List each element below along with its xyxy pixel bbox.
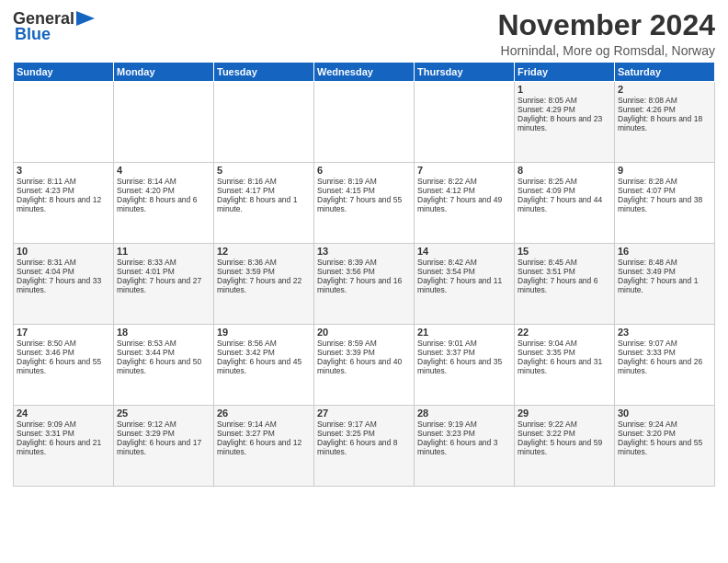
day-number: 30	[618, 408, 711, 419]
daylight-text: Daylight: 8 hours and 6 minutes.	[117, 195, 197, 213]
day-number: 8	[518, 165, 611, 176]
sunrise-text: Sunrise: 9:22 AM	[518, 419, 577, 429]
table-row: 14 Sunrise: 8:42 AMSunset: 3:54 PMDaylig…	[415, 244, 515, 325]
sunset-text: Sunset: 3:27 PM	[217, 429, 275, 438]
daylight-text: Daylight: 6 hours and 31 minutes.	[518, 357, 602, 375]
daylight-text: Daylight: 7 hours and 11 minutes.	[417, 276, 502, 294]
table-row: 18 Sunrise: 8:53 AMSunset: 3:44 PMDaylig…	[114, 325, 214, 406]
table-row: 13 Sunrise: 8:39 AMSunset: 3:56 PMDaylig…	[314, 244, 415, 325]
table-row: 23 Sunrise: 9:07 AMSunset: 3:33 PMDaylig…	[615, 325, 715, 406]
table-row: 15 Sunrise: 8:45 AMSunset: 3:51 PMDaylig…	[515, 244, 615, 325]
daylight-text: Daylight: 6 hours and 26 minutes.	[618, 357, 702, 375]
sunrise-text: Sunrise: 9:12 AM	[117, 419, 176, 429]
table-row: 9 Sunrise: 8:28 AMSunset: 4:07 PMDayligh…	[615, 163, 715, 244]
day-number: 12	[217, 246, 311, 257]
day-number: 28	[417, 408, 511, 419]
sunrise-text: Sunrise: 8:08 AM	[618, 96, 677, 105]
title-block: November 2024 Hornindal, More og Romsdal…	[497, 9, 715, 58]
sunset-text: Sunset: 4:23 PM	[17, 186, 74, 195]
logo-blue: Blue	[15, 25, 51, 44]
daylight-text: Daylight: 6 hours and 3 minutes.	[417, 438, 497, 456]
sunrise-text: Sunrise: 8:36 AM	[217, 258, 277, 267]
day-number: 14	[417, 246, 511, 257]
calendar-week-row: 24 Sunrise: 9:09 AMSunset: 3:31 PMDaylig…	[14, 406, 715, 487]
day-number: 20	[317, 327, 411, 338]
table-row: 11 Sunrise: 8:33 AMSunset: 4:01 PMDaylig…	[114, 244, 214, 325]
sunrise-text: Sunrise: 8:22 AM	[417, 177, 477, 186]
daylight-text: Daylight: 7 hours and 55 minutes.	[317, 195, 402, 213]
table-row: 5 Sunrise: 8:16 AMSunset: 4:17 PMDayligh…	[214, 163, 314, 244]
month-title: November 2024	[497, 9, 715, 41]
day-number: 2	[618, 84, 711, 95]
sunrise-text: Sunrise: 8:50 AM	[17, 339, 76, 348]
table-row	[314, 82, 415, 163]
sunrise-text: Sunrise: 8:19 AM	[317, 177, 377, 186]
table-row	[214, 82, 314, 163]
sunset-text: Sunset: 3:56 PM	[317, 267, 375, 276]
daylight-text: Daylight: 5 hours and 59 minutes.	[518, 438, 602, 456]
header-row: General Blue November 2024 Hornindal, Mo…	[13, 9, 715, 58]
table-row: 25 Sunrise: 9:12 AMSunset: 3:29 PMDaylig…	[114, 406, 214, 487]
daylight-text: Daylight: 6 hours and 12 minutes.	[217, 438, 301, 456]
day-number: 17	[17, 327, 110, 338]
sunset-text: Sunset: 3:37 PM	[417, 348, 475, 357]
daylight-text: Daylight: 7 hours and 1 minute.	[618, 276, 698, 294]
day-number: 24	[17, 408, 110, 419]
sunset-text: Sunset: 4:26 PM	[618, 105, 676, 114]
col-friday: Friday	[515, 63, 615, 82]
day-number: 5	[217, 165, 311, 176]
daylight-text: Daylight: 7 hours and 38 minutes.	[618, 195, 702, 213]
sunrise-text: Sunrise: 9:14 AM	[217, 419, 277, 429]
location: Hornindal, More og Romsdal, Norway	[497, 43, 715, 58]
day-number: 18	[117, 327, 210, 338]
sunset-text: Sunset: 3:33 PM	[618, 348, 676, 357]
svg-marker-0	[76, 11, 95, 26]
sunset-text: Sunset: 4:15 PM	[317, 186, 375, 195]
day-number: 29	[518, 408, 611, 419]
table-row: 8 Sunrise: 8:25 AMSunset: 4:09 PMDayligh…	[515, 163, 615, 244]
sunset-text: Sunset: 3:22 PM	[518, 429, 575, 438]
sunset-text: Sunset: 3:59 PM	[217, 267, 275, 276]
sunrise-text: Sunrise: 8:33 AM	[117, 258, 176, 267]
daylight-text: Daylight: 8 hours and 1 minute.	[217, 195, 297, 213]
calendar-week-row: 3 Sunrise: 8:11 AMSunset: 4:23 PMDayligh…	[14, 163, 715, 244]
sunrise-text: Sunrise: 8:11 AM	[17, 177, 76, 186]
day-number: 15	[518, 246, 611, 257]
day-number: 4	[117, 165, 210, 176]
table-row: 27 Sunrise: 9:17 AMSunset: 3:25 PMDaylig…	[314, 406, 415, 487]
daylight-text: Daylight: 8 hours and 18 minutes.	[618, 114, 702, 132]
daylight-text: Daylight: 7 hours and 44 minutes.	[518, 195, 602, 213]
daylight-text: Daylight: 8 hours and 12 minutes.	[17, 195, 101, 213]
sunrise-text: Sunrise: 8:59 AM	[317, 339, 377, 348]
col-thursday: Thursday	[415, 63, 515, 82]
sunset-text: Sunset: 4:09 PM	[518, 186, 575, 195]
table-row: 7 Sunrise: 8:22 AMSunset: 4:12 PMDayligh…	[415, 163, 515, 244]
sunrise-text: Sunrise: 8:39 AM	[317, 258, 377, 267]
sunset-text: Sunset: 4:01 PM	[117, 267, 175, 276]
table-row: 3 Sunrise: 8:11 AMSunset: 4:23 PMDayligh…	[14, 163, 114, 244]
table-row: 19 Sunrise: 8:56 AMSunset: 3:42 PMDaylig…	[214, 325, 314, 406]
sunrise-text: Sunrise: 9:24 AM	[618, 419, 677, 429]
table-row: 29 Sunrise: 9:22 AMSunset: 3:22 PMDaylig…	[515, 406, 615, 487]
sunset-text: Sunset: 3:39 PM	[317, 348, 375, 357]
table-row: 6 Sunrise: 8:19 AMSunset: 4:15 PMDayligh…	[314, 163, 415, 244]
daylight-text: Daylight: 7 hours and 49 minutes.	[417, 195, 502, 213]
day-number: 3	[17, 165, 110, 176]
day-number: 23	[618, 327, 711, 338]
calendar-week-row: 1 Sunrise: 8:05 AMSunset: 4:29 PMDayligh…	[14, 82, 715, 163]
col-tuesday: Tuesday	[214, 63, 314, 82]
day-number: 1	[518, 84, 611, 95]
col-monday: Monday	[114, 63, 214, 82]
sunrise-text: Sunrise: 9:01 AM	[417, 339, 477, 348]
daylight-text: Daylight: 6 hours and 45 minutes.	[217, 357, 301, 375]
sunset-text: Sunset: 3:44 PM	[117, 348, 175, 357]
sunrise-text: Sunrise: 8:53 AM	[117, 339, 176, 348]
col-wednesday: Wednesday	[314, 63, 415, 82]
col-saturday: Saturday	[615, 63, 715, 82]
day-number: 22	[518, 327, 611, 338]
calendar-table: Sunday Monday Tuesday Wednesday Thursday…	[13, 62, 715, 487]
sunrise-text: Sunrise: 9:09 AM	[17, 419, 76, 429]
day-number: 19	[217, 327, 311, 338]
table-row: 28 Sunrise: 9:19 AMSunset: 3:23 PMDaylig…	[415, 406, 515, 487]
sunrise-text: Sunrise: 8:14 AM	[117, 177, 176, 186]
